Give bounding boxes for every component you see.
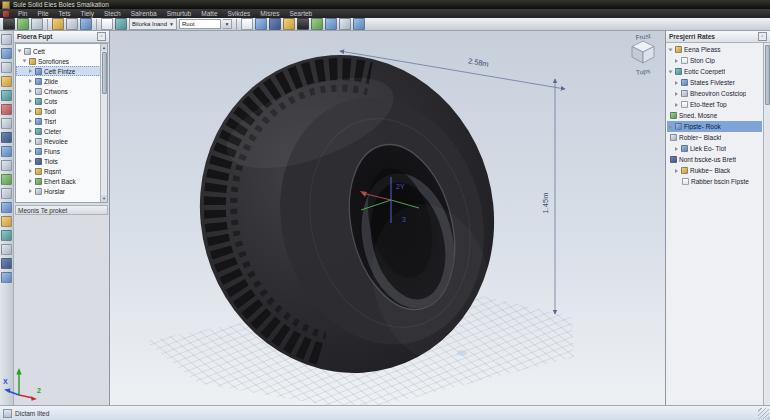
tree-item-rukbe-black[interactable]: Rukbe~ Black [667, 165, 762, 176]
project-panel-scrollbar[interactable] [763, 43, 770, 405]
expander-icon[interactable] [29, 189, 32, 193]
menu-item-6[interactable]: Smurtub [162, 9, 197, 18]
tree-item-todl[interactable]: Todl [16, 106, 107, 116]
arc-tool-icon[interactable] [1, 90, 12, 101]
pattern-tool-icon[interactable] [1, 272, 12, 283]
menu-item-5[interactable]: Salrenba [126, 9, 162, 18]
boxes-icon[interactable] [353, 18, 365, 30]
view-combo-button[interactable]: ▼ [223, 19, 232, 29]
measure-icon[interactable] [339, 18, 351, 30]
tree-item-fipste-rook[interactable]: Fipste- Rook [667, 121, 762, 132]
3d-viewport[interactable]: 2.58m 1.45m 2Y 3 Frust Tups [110, 31, 665, 405]
sweep-tool-icon[interactable] [1, 202, 12, 213]
spline-tool-icon[interactable] [1, 104, 12, 115]
chamfer-tool-icon[interactable] [1, 244, 12, 255]
expander-icon[interactable] [29, 169, 32, 173]
expander-icon[interactable] [29, 99, 32, 103]
tree-item-cett[interactable]: Cett [16, 46, 107, 56]
plane-dropdown[interactable]: Bilorka Inand ▼ [129, 18, 177, 30]
save-icon[interactable] [311, 18, 323, 30]
select-arrow-icon[interactable] [101, 18, 113, 30]
menu-item-4[interactable]: Stech [99, 9, 126, 18]
expander-icon[interactable] [29, 89, 32, 93]
scrollbar-thumb[interactable] [102, 52, 107, 94]
menu-item-10[interactable]: Searteb [284, 9, 317, 18]
image-icon[interactable] [17, 18, 29, 30]
tree-item-horslar[interactable]: Horslar [16, 186, 107, 196]
scroll-down-icon[interactable]: ▼ [101, 195, 107, 202]
panel-icon[interactable] [325, 18, 337, 30]
expander-icon[interactable] [18, 50, 22, 53]
revolve-tool-icon[interactable] [1, 188, 12, 199]
menu-item-8[interactable]: Svikdes [223, 9, 256, 18]
tree-item-bheoviron-costciop[interactable]: Bheoviron Costciop [667, 88, 762, 99]
expander-icon[interactable] [29, 79, 32, 83]
menu-item-0[interactable]: Pin [13, 9, 32, 18]
expander-icon[interactable] [675, 147, 678, 151]
tree-item-rabber-bscin-fipste[interactable]: Rabber bscin Fipste [667, 176, 762, 187]
resize-grip[interactable] [758, 408, 769, 419]
table-icon[interactable] [115, 18, 127, 30]
tree-item-tiots[interactable]: Tiots [16, 156, 107, 166]
tree-item-tisrt[interactable]: Tisrt [16, 116, 107, 126]
tree-item-cieter[interactable]: Cieter [16, 126, 107, 136]
view-cube-icon[interactable] [630, 40, 656, 64]
expander-icon[interactable] [669, 70, 673, 73]
tree-item-ehert-back[interactable]: Ehert Back [16, 176, 107, 186]
tree-item-eotic-coerpett[interactable]: Eotic Coerpett [667, 66, 762, 77]
tree-item-robler-blackt[interactable]: Robler~ Blackt [667, 132, 762, 143]
sketch-icon[interactable] [3, 18, 15, 30]
expander-icon[interactable] [29, 149, 32, 153]
tree-item-cett-fintze[interactable]: Cett Fintze [16, 66, 107, 76]
mirror-tool-icon[interactable] [1, 132, 12, 143]
expander-icon[interactable] [675, 103, 678, 107]
app-menu-icon[interactable] [3, 11, 9, 17]
document-icon[interactable] [283, 18, 295, 30]
tree-item-states-fivlester[interactable]: States Fivlester [667, 77, 762, 88]
tree-item-ston-cip[interactable]: Ston Cip [667, 55, 762, 66]
extrude-tool-icon[interactable] [1, 174, 12, 185]
view-combo-input[interactable]: Ruot [179, 19, 221, 29]
tree-item-cots[interactable]: Cots [16, 96, 107, 106]
expander-icon[interactable] [669, 125, 672, 129]
tree-item-zlide[interactable]: Zlide [16, 76, 107, 86]
menu-item-2[interactable]: Tets [54, 9, 76, 18]
expander-icon[interactable] [29, 119, 32, 123]
loft-tool-icon[interactable] [1, 216, 12, 227]
line-tool-icon[interactable] [1, 48, 12, 59]
dropdown-icon[interactable] [297, 18, 309, 30]
expander-icon[interactable] [675, 81, 678, 85]
cascade-icon[interactable] [255, 18, 267, 30]
window-icon[interactable] [269, 18, 281, 30]
new-folder-icon[interactable] [52, 18, 64, 30]
collapsed-section-bar[interactable]: Meonis Te proket [15, 205, 108, 215]
print-icon[interactable] [66, 18, 78, 30]
shell-tool-icon[interactable] [1, 258, 12, 269]
grid-icon[interactable] [241, 18, 253, 30]
point-tool-icon[interactable] [1, 118, 12, 129]
panel-pin-button[interactable]: ▫ [758, 32, 767, 41]
tree-item-sned-mosne[interactable]: Sned. Mosne [667, 110, 762, 121]
expander-icon[interactable] [675, 169, 678, 173]
trim-tool-icon[interactable] [1, 160, 12, 171]
menu-item-9[interactable]: Misres [255, 9, 284, 18]
offset-tool-icon[interactable] [1, 146, 12, 157]
tree-item-crtwons[interactable]: Crtwons [16, 86, 107, 96]
select-tool-icon[interactable] [1, 34, 12, 45]
expander-icon[interactable] [29, 129, 32, 133]
menu-item-7[interactable]: Matte [196, 9, 222, 18]
expander-icon[interactable] [29, 109, 32, 113]
menu-item-1[interactable]: Pite [32, 9, 53, 18]
tree-item-revolee[interactable]: Revolee [16, 136, 107, 146]
tree-item-eto-tteet-top[interactable]: Eto-tteet Top [667, 99, 762, 110]
scroll-up-icon[interactable]: ▲ [101, 44, 107, 51]
tree-item-sorofiones[interactable]: Sorofiones [16, 56, 107, 66]
tree-item-fluns[interactable]: Fluns [16, 146, 107, 156]
expander-icon[interactable] [29, 69, 32, 73]
scrollbar-thumb[interactable] [765, 45, 770, 105]
tree-item-eena-pleass[interactable]: Eena Pleass [667, 44, 762, 55]
rect-tool-icon[interactable] [1, 76, 12, 87]
3d-scene[interactable]: 2.58m 1.45m 2Y 3 [110, 31, 665, 405]
expander-icon[interactable] [669, 48, 673, 51]
tree-item-nont-bscke-us-brett[interactable]: Nont bscke-us Brett [667, 154, 762, 165]
